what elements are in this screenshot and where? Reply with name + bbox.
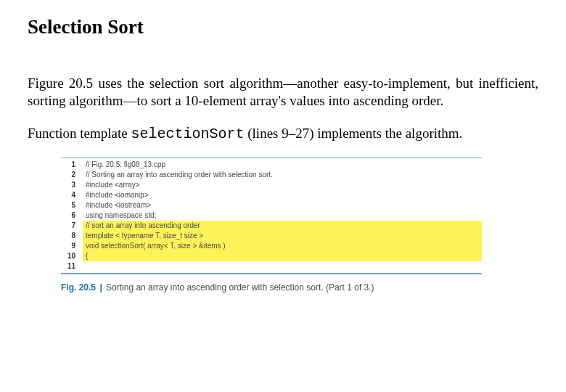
code-line-highlight: template < typename T, size_t size > [83, 231, 482, 241]
code-line: using namespace std; [83, 211, 482, 221]
text: (lines 9–27) implements the algorithm. [245, 126, 463, 141]
code-line-highlight: { [83, 251, 482, 261]
line-number: 11 [61, 261, 75, 271]
line-number: 7 [61, 221, 75, 231]
text: Function template [28, 126, 131, 141]
slide-page: Selection Sort Figure 20.5 uses the sele… [0, 0, 566, 298]
line-number: 1 [61, 160, 75, 170]
caption-text: Sorting an array into ascending order wi… [106, 282, 374, 293]
line-numbers: 1 2 3 4 5 6 7 8 9 10 11 [61, 160, 83, 271]
line-number: 3 [61, 180, 75, 190]
code-identifier: selectionSort [131, 126, 244, 142]
code-line: #include <iostream> [83, 200, 482, 211]
text: Figure 20.5 uses the [28, 75, 149, 91]
code-line: #include <iomanip> [83, 190, 482, 200]
line-number: 5 [61, 200, 75, 211]
code-line: #include <array> [83, 180, 482, 190]
line-number: 4 [61, 190, 75, 200]
code-listing: 1 2 3 4 5 6 7 8 9 10 11 // Fig. 20.5: fi… [61, 158, 482, 273]
caption-divider: | [98, 282, 103, 293]
term-selection-sort: selection sort [149, 75, 224, 91]
line-number: 9 [61, 241, 75, 251]
line-number: 8 [61, 231, 75, 241]
paragraph-function: Function template selectionSort (lines 9… [28, 125, 538, 144]
code-figure: 1 2 3 4 5 6 7 8 9 10 11 // Fig. 20.5: fi… [61, 158, 482, 274]
code-line: // Sorting an array into ascending order… [83, 170, 482, 180]
line-number: 6 [61, 211, 75, 221]
heading-title: Selection Sort [28, 16, 538, 38]
code-line-highlight: void selectionSort( array< T, size > &it… [83, 241, 482, 251]
line-number: 10 [61, 251, 75, 261]
line-number: 2 [61, 170, 75, 180]
figure-caption: Fig. 20.5 | Sorting an array into ascend… [61, 274, 538, 297]
code-content: // Fig. 20.5: fig08_13.cpp // Sorting an… [83, 160, 482, 271]
code-line-highlight: // sort an array into ascending order [83, 221, 482, 231]
code-line: // Fig. 20.5: fig08_13.cpp [83, 160, 482, 170]
caption-label: Fig. 20.5 [61, 282, 96, 293]
paragraph-intro: Figure 20.5 uses the selection sort algo… [28, 75, 538, 110]
